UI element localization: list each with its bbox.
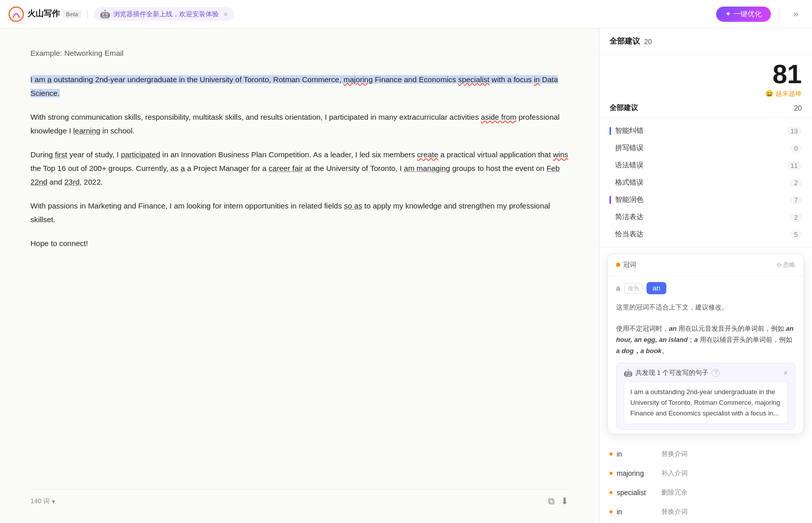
category-smart-correct-label: 智能纠错 [615,126,644,135]
participated-word: participated [121,150,160,159]
notification-close-icon[interactable]: × [224,10,228,18]
category-format-label: 格式错误 [615,178,644,187]
discovered-close-icon[interactable]: × [784,369,788,377]
topbar: 火山写作 Beta 🤖 浏览器插件全新上线，欢迎安装体验 × ✦ 一键优化 » [0,0,812,28]
original-word: a [616,284,620,292]
more-icon: » [793,9,798,19]
category-smart-correct[interactable]: 智能纠错 13 [610,122,802,140]
download-icon: ⬇ [561,496,568,506]
main-content: Example: Networking Email I am a outstan… [0,28,812,523]
optimize-divider [779,8,780,20]
category-format-error[interactable]: 格式错误 2 [610,174,802,191]
discovered-header: 🤖 共发现 1 个可改写的句子 ? × [624,368,788,377]
category-smart-correct-count: 13 [787,127,802,135]
discovered-title: 🤖 共发现 1 个可改写的句子 ? [624,368,720,377]
popup-ignore-btn[interactable]: ⊖ 忽略 [776,261,795,269]
category-appropriate-count: 5 [790,230,802,239]
example-hour: an hour, an egg, an island [616,325,794,343]
dot-orange-icon [616,263,620,267]
paragraph-3: During first year of study, I participat… [30,148,568,189]
logo: 火山写作 Beta [8,6,81,22]
optimize-button[interactable]: ✦ 一键优化 [716,7,771,22]
category-bar-none4 [610,213,611,221]
logo-icon [8,6,24,22]
dot-icon-1 [610,452,613,456]
editor-area[interactable]: Example: Networking Email I am a outstan… [0,28,599,523]
score-number: 81 [772,61,802,87]
category-smart-color-label: 智能润色 [615,195,644,204]
suggestion-word-2: majoring [617,469,657,477]
category-bar-none [610,144,611,152]
notification-bar[interactable]: 🤖 浏览器插件全新上线，欢迎安装体验 × [94,7,234,21]
popup-card: 冠词 ⊖ 忽略 a 改为 an 这里的冠词不适合上下文，建议修改。 使用不定冠词… [607,254,804,434]
suggestion-item-majoring[interactable]: majoring 补入介词 [599,464,812,483]
category-appropriate[interactable]: 恰当表达 5 [610,226,802,243]
22nd-word: 22nd [30,178,47,186]
category-label-left: 恰当表达 [610,230,644,239]
category-concise-count: 2 [790,213,802,222]
category-spell-error[interactable]: 拼写错误 0 [610,140,802,157]
aside-from-word: aside from [481,113,517,121]
as-a-word: a [181,164,185,172]
suggestion-action-1: 替换介词 [661,449,688,459]
paragraph-5: Hope to connect! [30,236,568,250]
popup-header: 冠词 ⊖ 忽略 [608,254,803,276]
suggestion-word-4: in [617,508,657,516]
category-concise-label: 简洁表达 [615,213,644,222]
panel-header: 全部建议 20 [599,28,812,55]
all-suggestions-row[interactable]: 全部建议 20 [599,98,812,118]
category-label-left: 简洁表达 [610,213,644,222]
category-label-left: 智能纠错 [610,126,644,135]
category-label-left: 语法错误 [610,161,644,170]
category-grammar-error[interactable]: 语法错误 11 [610,157,802,174]
suggestion-item-in-2[interactable]: in 替换介词 [599,502,812,521]
popup-tag-label: 冠词 [623,260,636,269]
suggestion-list: in 替换介词 majoring 补入介词 specialist 删除冗余 in… [599,440,812,523]
dot-icon-3 [610,491,613,494]
popup-tag: 冠词 [616,260,636,269]
category-grammar-count: 11 [787,161,802,170]
word-count-text: 140 词 [30,497,50,506]
word-count[interactable]: 140 词 ▾ [30,497,55,506]
download-button[interactable]: ⬇ [561,496,568,507]
majoring-word: majoring [344,75,373,84]
category-bar-none5 [610,230,611,238]
all-count-badge: 20 [794,104,802,112]
discovered-text: I am a outstanding 2nd-year undergraduat… [624,381,788,424]
suggestion-action-4: 替换介词 [661,507,688,516]
category-bar-none2 [610,161,611,169]
paragraph-1: I am a outstanding 2nd-year undergraduat… [30,73,568,100]
category-smart-color[interactable]: 智能润色 7 [610,191,802,208]
panel-title: 全部建议 [610,37,640,46]
optimize-label: ✦ 一键优化 [725,10,762,19]
example-a: a [694,336,698,343]
beta-badge: Beta [63,10,81,18]
right-panel: 全部建议 20 81 😄 越来越棒 全部建议 20 智能纠错 [599,28,812,523]
category-grammar-label: 语法错误 [615,161,644,170]
suggestion-action-2: 补入介词 [661,469,688,478]
panel-body: 81 😄 越来越棒 全部建议 20 智能纠错 13 [599,55,812,523]
more-button[interactable]: » [788,6,804,22]
corrected-word[interactable]: an [647,282,667,294]
discovered-section: 🤖 共发现 1 个可改写的句子 ? × I am a outstanding 2… [616,363,795,430]
suggestion-item-in-1[interactable]: in 替换介词 [599,444,812,464]
suggestion-word-3: specialist [617,489,657,497]
create-word: create [417,150,438,159]
highlighted-text: I am a outstanding 2nd-year undergraduat… [30,75,558,97]
popup-detail: 使用不定冠词时，an 用在以元音发音开头的单词前，例如 an hour, an … [608,319,803,363]
category-concise[interactable]: 简洁表达 2 [610,208,802,226]
career-fair-word: career fair [268,164,303,172]
suggestion-action-3: 删除冗余 [661,488,688,497]
feb-word: Feb [547,164,560,172]
topbar-divider [87,9,88,19]
category-smart-color-count: 7 [790,196,802,204]
discovered-icon: 🤖 [624,369,632,377]
doc-content[interactable]: I am a outstanding 2nd-year undergraduat… [30,73,568,484]
category-format-count: 2 [790,179,802,187]
copy-button[interactable]: ⧉ [548,496,555,507]
all-suggestions-label: 全部建议 [610,103,638,113]
suggestion-item-specialist[interactable]: specialist 删除冗余 [599,483,812,502]
learning-word: learning [73,126,100,135]
example-dog: a dog，a book [616,347,662,355]
arrow-label: 改为 [624,283,642,294]
